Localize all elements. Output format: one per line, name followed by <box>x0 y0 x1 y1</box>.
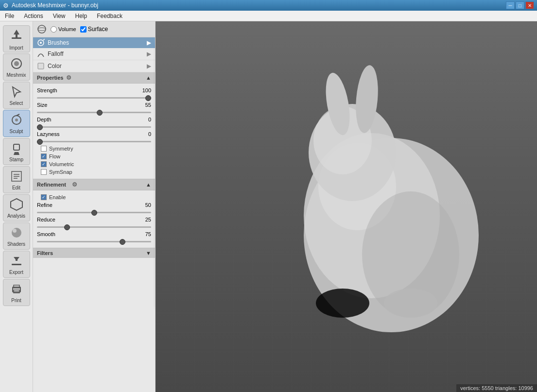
filters-header[interactable]: Filters ▼ <box>33 248 155 258</box>
svg-rect-2 <box>16 34 17 37</box>
size-label: Size <box>37 102 69 108</box>
refine-value: 50 <box>138 202 151 208</box>
volume-radio-label[interactable]: Volume <box>51 26 76 33</box>
svg-marker-10 <box>14 152 19 155</box>
titlebar-controls[interactable]: ─ □ ✕ <box>506 1 534 9</box>
bunny-mesh <box>245 51 498 352</box>
app-icon: ⚙ <box>3 2 9 9</box>
refinement-content: ✓ Enable Refine 50 Reduce 25 <box>33 190 155 248</box>
svg-point-4 <box>14 61 19 66</box>
close-button[interactable]: ✕ <box>525 1 534 9</box>
sculpt-label: Sculpt <box>10 129 23 134</box>
strength-thumb <box>145 95 151 101</box>
reduce-slider-container[interactable] <box>37 223 151 230</box>
sidebar-item-sculpt[interactable]: Sculpt <box>3 110 30 137</box>
lazyness-label: Lazyness <box>37 131 69 137</box>
depth-value: 0 <box>138 117 151 122</box>
svg-point-95 <box>384 289 437 318</box>
sidebar-item-import[interactable]: Import <box>3 25 30 52</box>
statusbar-text: vertices: 5550 triangles: 10996 <box>460 385 533 391</box>
smooth-slider-container[interactable] <box>37 238 151 245</box>
smooth-label: Smooth <box>37 231 69 237</box>
volumetric-checkbox[interactable]: ✓ <box>41 161 47 167</box>
sidebar-item-shaders[interactable]: Shaders <box>3 222 30 250</box>
select-label: Select <box>10 101 23 106</box>
refinement-gear-icon[interactable]: ⚙ <box>72 181 77 188</box>
refinement-expand-icon[interactable]: ▲ <box>146 182 151 187</box>
sidebar-item-edit[interactable]: Edit <box>3 166 30 193</box>
sidebar-item-select[interactable]: Select <box>3 82 30 109</box>
properties-gear-icon[interactable]: ⚙ <box>66 74 71 81</box>
menu-help[interactable]: Help <box>70 12 92 20</box>
sidebar-item-print[interactable]: Print <box>3 279 30 306</box>
statusbar: vertices: 5550 triangles: 10996 <box>456 384 537 392</box>
color-menu-item[interactable]: Color ▶ <box>33 60 155 72</box>
color-arrow-icon: ▶ <box>147 63 151 69</box>
analysis-label: Analysis <box>7 213 25 219</box>
refine-thumb <box>91 210 97 216</box>
shaders-label: Shaders <box>7 241 25 247</box>
menu-file[interactable]: File <box>0 12 19 20</box>
menu-view[interactable]: View <box>48 12 70 20</box>
sculpt-icon <box>10 113 23 128</box>
volume-radio[interactable] <box>51 26 57 33</box>
smooth-value: 75 <box>138 231 151 237</box>
depth-slider-container[interactable] <box>37 123 151 130</box>
symsnap-row: SymSnap <box>37 168 151 176</box>
falloff-label: Falloff <box>48 51 63 57</box>
falloff-menu-item[interactable]: Falloff ▶ <box>33 48 155 60</box>
smooth-thumb <box>120 239 125 245</box>
minimize-button[interactable]: ─ <box>506 1 515 9</box>
volumetric-label: Volumetric <box>49 161 74 167</box>
viewport[interactable]: vertices: 5550 triangles: 10996 <box>156 21 537 392</box>
menu-actions[interactable]: Actions <box>19 12 48 20</box>
lazyness-value: 0 <box>138 131 151 137</box>
filters-label: Filters <box>37 250 53 256</box>
menubar: File Actions View Help Feedback <box>0 11 537 21</box>
svg-rect-20 <box>16 257 17 261</box>
size-slider-container[interactable] <box>37 109 151 116</box>
titlebar: ⚙ Autodesk Meshmixer - bunnyr.obj ─ □ ✕ <box>0 0 537 11</box>
properties-expand-icon[interactable]: ▲ <box>146 75 151 81</box>
filters-expand-icon[interactable]: ▼ <box>146 250 151 256</box>
color-icon <box>37 62 45 70</box>
flow-row: ✓ Flow <box>37 153 151 160</box>
svg-point-8 <box>15 119 18 121</box>
import-icon <box>10 28 23 44</box>
volume-icon <box>37 24 47 34</box>
svg-marker-1 <box>14 30 19 34</box>
sidebar-item-analysis[interactable]: Analysis <box>3 194 30 222</box>
brushes-menu-item[interactable]: Brushes ▶ <box>33 37 155 48</box>
edit-label: Edit <box>12 185 20 190</box>
sidebar-item-stamp[interactable]: Stamp <box>3 138 30 165</box>
enable-checkbox[interactable]: ✓ <box>41 194 47 200</box>
properties-header[interactable]: Properties ⚙ ▲ <box>33 72 155 84</box>
refine-slider-container[interactable] <box>37 209 151 216</box>
sidebar-item-export[interactable]: Export <box>3 251 30 278</box>
surface-checkbox[interactable] <box>80 26 87 33</box>
flow-checkbox[interactable]: ✓ <box>41 153 47 159</box>
refine-label: Refine <box>37 202 69 208</box>
brushes-arrow-icon: ▶ <box>147 39 151 46</box>
export-icon <box>10 254 23 269</box>
lazyness-thumb <box>37 139 43 145</box>
refinement-header[interactable]: Refinement ⚙ ▲ <box>33 179 155 190</box>
stamp-icon <box>10 141 23 156</box>
enable-label: Enable <box>49 194 66 200</box>
maximize-button[interactable]: □ <box>516 1 524 9</box>
surface-label-text: Surface <box>88 26 108 33</box>
menu-feedback[interactable]: Feedback <box>92 12 127 20</box>
svg-line-28 <box>43 39 45 40</box>
symmetry-checkbox[interactable] <box>41 146 47 152</box>
analysis-icon <box>10 198 23 212</box>
depth-thumb <box>37 124 43 130</box>
strength-label: Strength <box>37 87 69 93</box>
symsnap-checkbox[interactable] <box>41 169 47 175</box>
symmetry-label: Symmetry <box>49 146 73 152</box>
symsnap-label: SymSnap <box>49 169 72 175</box>
sidebar-item-meshmix[interactable]: Meshmix <box>3 53 30 81</box>
strength-slider-container[interactable] <box>37 94 151 101</box>
size-thumb <box>97 110 103 116</box>
meshmix-label: Meshmix <box>6 72 26 78</box>
lazyness-slider-container[interactable] <box>37 138 151 145</box>
